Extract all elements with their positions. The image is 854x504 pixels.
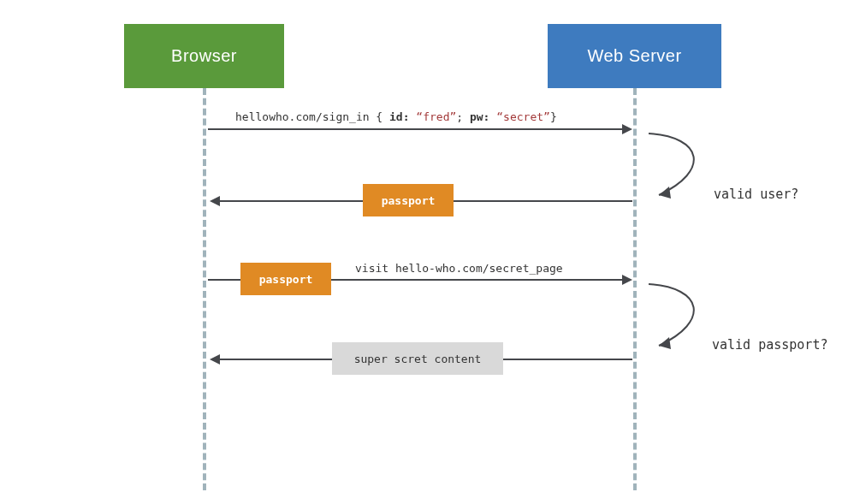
arrow-head-right-icon-2	[622, 275, 632, 285]
visit-arrow-seg1	[208, 279, 240, 281]
browser-participant: Browser	[124, 24, 284, 88]
secret-content-token: super scret content	[332, 342, 503, 375]
signin-request-arrow	[208, 128, 624, 130]
browser-lifeline	[203, 88, 206, 490]
svg-marker-0	[659, 187, 671, 199]
server-lifeline	[633, 88, 637, 490]
arrow-head-left-icon-2	[210, 354, 220, 365]
arrow-head-left-icon	[210, 196, 220, 206]
passport-token-request: passport	[240, 263, 331, 295]
server-participant: Web Server	[548, 24, 721, 88]
svg-marker-1	[659, 337, 671, 349]
passport-response-arrow-right	[454, 200, 632, 202]
signin-request-label: hellowho.com/sign_in { id: “fred”; pw: “…	[235, 110, 557, 123]
secret-response-arrow-right	[503, 359, 632, 360]
valid-passport-label: valid passport?	[712, 337, 827, 353]
passport-token-response: passport	[363, 184, 454, 216]
arrow-head-right-icon	[622, 124, 632, 134]
visit-secret-label: visit hello-who.com/secret_page	[355, 262, 563, 275]
passport-response-arrow-left	[220, 200, 363, 202]
valid-user-label: valid user?	[714, 187, 798, 202]
visit-arrow-seg2	[331, 279, 624, 281]
secret-response-arrow-left	[220, 359, 332, 360]
